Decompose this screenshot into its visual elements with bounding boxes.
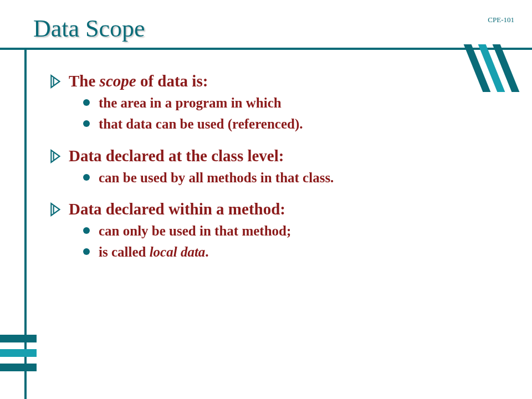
- text-fragment: of data is:: [136, 72, 208, 90]
- horizontal-rule: [0, 48, 532, 50]
- slide: CPE-101 Data Scope The scope of data is:…: [0, 0, 532, 399]
- decoration-bottom-left: [0, 335, 37, 378]
- bullet-dot-icon: [83, 174, 90, 181]
- text-fragment: .: [205, 244, 208, 259]
- bullet-level2: the area in a program in which: [83, 94, 504, 112]
- bullet-level1: Data declared within a method:: [50, 200, 504, 218]
- bullet-marker-icon: [50, 74, 62, 89]
- text-fragment: can be used by all methods in that class…: [99, 170, 334, 185]
- text-fragment: is called: [99, 244, 150, 259]
- bullet-dot-icon: [83, 120, 90, 127]
- bullet-dot-icon: [83, 99, 90, 106]
- bullet-level2: is called local data.: [83, 243, 504, 262]
- text-fragment: Data declared within a method:: [69, 200, 285, 218]
- bullet-level1: The scope of data is:: [50, 72, 504, 90]
- text-fragment: Data declared at the class level:: [69, 147, 284, 165]
- bullet-level2: can be used by all methods in that class…: [83, 168, 504, 187]
- text-fragment: The: [69, 72, 100, 90]
- text-fragment: the area in a program in which: [99, 95, 282, 110]
- bullet-level2: can only be used in that method;: [83, 222, 504, 241]
- course-label: CPE-101: [488, 16, 514, 24]
- bullet-level2: that data can be used (referenced).: [83, 115, 504, 134]
- bullet-marker-icon: [50, 149, 62, 163]
- content-area: The scope of data is: the area in a prog…: [50, 72, 504, 275]
- section: Data declared at the class level: can be…: [50, 147, 504, 187]
- text-fragment: can only be used in that method;: [99, 223, 291, 238]
- bullet-dot-icon: [83, 227, 90, 234]
- bullet-marker-icon: [50, 202, 62, 217]
- bullet-level1: Data declared at the class level:: [50, 147, 504, 165]
- text-fragment-italic: local data: [150, 244, 206, 259]
- text-fragment: that data can be used (referenced).: [99, 116, 303, 131]
- page-title: Data Scope: [33, 14, 145, 43]
- bullet-dot-icon: [83, 248, 90, 255]
- section: Data declared within a method: can only …: [50, 200, 504, 262]
- section: The scope of data is: the area in a prog…: [50, 72, 504, 134]
- text-fragment-italic: scope: [100, 72, 136, 90]
